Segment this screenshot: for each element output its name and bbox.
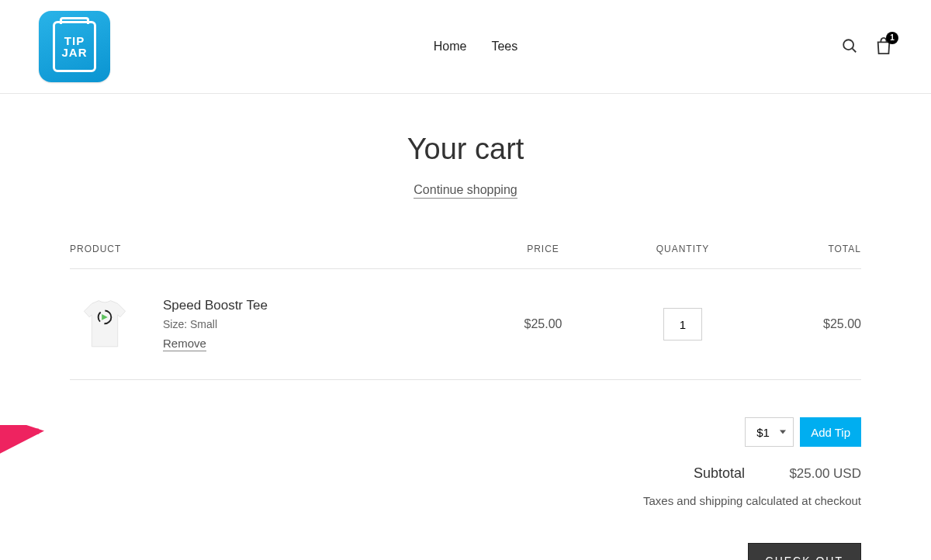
continue-shopping-link[interactable]: Continue shopping xyxy=(414,183,517,199)
logo-text-line2: JAR xyxy=(61,47,87,58)
subtotal-value: $25.00 USD xyxy=(784,466,861,482)
product-variant: Size: Small xyxy=(163,318,268,330)
col-header-product: PRODUCT xyxy=(70,244,489,254)
col-header-total: TOTAL xyxy=(768,244,861,254)
subtotal-label: Subtotal xyxy=(694,465,745,482)
tip-row: $1 Add Tip xyxy=(70,417,861,447)
cart-badge: 1 xyxy=(886,32,898,44)
remove-link[interactable]: Remove xyxy=(163,337,206,351)
svg-line-3 xyxy=(0,431,39,456)
cart-button[interactable]: 1 xyxy=(875,36,892,57)
tip-select-wrap: $1 xyxy=(745,417,794,447)
line-total-cell: $25.00 xyxy=(768,317,861,331)
quantity-input[interactable] xyxy=(663,308,702,340)
tshirt-icon xyxy=(75,295,134,354)
logo[interactable]: TIP JAR xyxy=(39,11,110,82)
subtotal-row: Subtotal $25.00 USD xyxy=(70,465,861,482)
cart-table: PRODUCT PRICE QUANTITY TOTAL Speed Boost… xyxy=(70,244,861,380)
logo-jar-icon: TIP JAR xyxy=(53,21,96,72)
nav-tees[interactable]: Tees xyxy=(491,40,517,54)
product-cell: Speed Boostr Tee Size: Small Remove xyxy=(70,289,489,359)
checkout-button[interactable]: CHECK OUT xyxy=(748,543,861,560)
site-header: TIP JAR Home Tees 1 xyxy=(0,0,931,94)
search-button[interactable] xyxy=(841,37,858,57)
price-cell: $25.00 xyxy=(489,317,597,331)
cart-page: Your cart Continue shopping PRODUCT PRIC… xyxy=(0,94,931,560)
tip-amount-select[interactable]: $1 xyxy=(745,417,794,447)
annotation-arrow-icon xyxy=(0,425,62,464)
header-actions: 1 xyxy=(841,36,892,57)
search-icon xyxy=(841,37,858,54)
add-tip-button[interactable]: Add Tip xyxy=(800,417,861,447)
logo-text-line1: TIP xyxy=(64,35,85,47)
col-header-quantity: QUANTITY xyxy=(597,244,768,254)
product-name: Speed Boostr Tee xyxy=(163,298,268,313)
product-thumbnail[interactable] xyxy=(70,289,140,359)
svg-line-1 xyxy=(853,48,857,52)
main-nav: Home Tees xyxy=(434,40,517,54)
checkout-wrap: CHECK OUT xyxy=(70,543,861,560)
continue-shopping-wrap: Continue shopping xyxy=(70,183,861,197)
tax-shipping-note: Taxes and shipping calculated at checkou… xyxy=(70,494,861,507)
table-row: Speed Boostr Tee Size: Small Remove $25.… xyxy=(70,268,861,380)
product-meta: Speed Boostr Tee Size: Small Remove xyxy=(163,298,268,351)
cart-table-head: PRODUCT PRICE QUANTITY TOTAL xyxy=(70,244,861,268)
page-title: Your cart xyxy=(70,133,861,166)
svg-point-0 xyxy=(843,40,853,50)
nav-home[interactable]: Home xyxy=(434,40,467,54)
quantity-cell xyxy=(597,308,768,340)
col-header-price: PRICE xyxy=(489,244,597,254)
